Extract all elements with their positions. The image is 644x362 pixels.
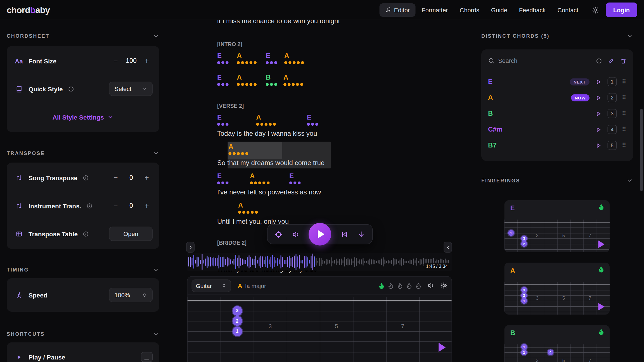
fingering-play-button[interactable] — [598, 240, 605, 248]
chord[interactable]: A — [250, 173, 270, 184]
instrument-transpose-increase-button[interactable]: + — [141, 200, 153, 212]
nav-contact[interactable]: Contact — [552, 3, 584, 16]
distinct-chords-section-header[interactable]: DISTINCT CHORDS (5) — [481, 32, 633, 40]
skip-to-start-button[interactable] — [339, 229, 349, 239]
login-button[interactable]: Login — [606, 3, 637, 17]
font-size-decrease-button[interactable]: − — [110, 55, 122, 67]
flame-icon[interactable] — [396, 282, 404, 289]
scroll-down-button[interactable] — [356, 229, 366, 239]
info-icon[interactable] — [68, 86, 74, 92]
flame-icon[interactable] — [406, 282, 413, 289]
finger-position[interactable]: 1 — [521, 349, 527, 355]
chord-list-item[interactable]: ENEXT1⠿ — [488, 74, 626, 90]
timing-section-header[interactable]: TIMING — [7, 266, 159, 274]
nav-formatter[interactable]: Formatter — [416, 3, 453, 16]
chord[interactable]: B — [266, 74, 277, 86]
chord[interactable]: A — [237, 53, 257, 64]
chord[interactable]: E — [217, 114, 229, 126]
finger-position[interactable]: 1 — [508, 230, 514, 236]
nav-feedback[interactable]: Feedback — [513, 3, 551, 16]
transpose-table-open-button[interactable]: Open — [109, 227, 153, 241]
flame-icon[interactable] — [378, 282, 385, 289]
finger-position[interactable]: 2 — [232, 316, 242, 326]
instrument-transpose-decrease-button[interactable]: − — [110, 200, 122, 212]
chord-list-item[interactable]: B3⠿ — [488, 106, 626, 122]
chord-play-button[interactable] — [595, 78, 603, 86]
drag-handle-icon[interactable]: ⠿ — [622, 110, 627, 117]
finger-position[interactable]: 3 — [232, 306, 242, 316]
chord[interactable]: A — [238, 202, 258, 214]
chord[interactable]: E — [266, 53, 277, 64]
chord[interactable]: E — [217, 173, 229, 184]
drag-handle-icon[interactable]: ⠿ — [622, 78, 627, 85]
fingering-card[interactable]: B357114 — [505, 325, 610, 362]
finger-position[interactable]: 3 — [521, 235, 527, 241]
info-icon[interactable] — [83, 231, 89, 237]
chord[interactable]: A — [283, 74, 303, 86]
chord-sheet[interactable]: if I miss the chance to be with you toni… — [217, 17, 474, 289]
theme-toggle-button[interactable] — [589, 4, 602, 16]
fingering-card[interactable]: A357321 — [505, 263, 610, 315]
chord[interactable]: E — [289, 173, 301, 184]
fretboard-settings-button[interactable] — [440, 282, 448, 289]
nav-guide[interactable]: Guide — [486, 3, 513, 16]
chord-list-item[interactable]: C#m4⠿ — [488, 122, 626, 137]
chord-list-item[interactable]: ANOW2⠿ — [488, 90, 626, 106]
fretboard-play-button[interactable] — [439, 343, 446, 352]
app-logo[interactable]: chordbaby — [7, 5, 50, 15]
chord-play-button[interactable] — [595, 109, 603, 118]
expand-left-button[interactable] — [186, 242, 195, 253]
fingerings-section-header[interactable]: FINGERINGS — [481, 177, 633, 185]
flame-icon[interactable] — [415, 282, 422, 289]
all-style-settings-button[interactable]: All Style Settings — [13, 113, 153, 121]
delete-chords-button[interactable] — [620, 58, 627, 64]
speed-select[interactable]: 100% — [109, 288, 153, 302]
nav-editor[interactable]: Editor — [379, 3, 415, 16]
finger-position[interactable]: 3 — [521, 287, 527, 293]
guitar-fretboard[interactable]: 357321 — [188, 295, 452, 362]
finger-position[interactable]: 1 — [232, 327, 242, 336]
waveform[interactable]: 1:45 / 3:34 — [187, 253, 452, 271]
quick-style-select[interactable]: Select — [109, 82, 153, 96]
chordsheet-section-header[interactable]: CHORDSHEET — [7, 32, 159, 40]
chord-play-button[interactable] — [595, 141, 603, 149]
locate-playhead-button[interactable] — [274, 229, 284, 239]
page-scrollbar[interactable] — [640, 109, 643, 191]
chord[interactable]: A — [256, 114, 276, 126]
chord[interactable]: A — [284, 53, 304, 64]
drag-handle-icon[interactable]: ⠿ — [622, 142, 627, 149]
fingering-card[interactable]: E357132 — [505, 200, 610, 252]
song-transpose-increase-button[interactable]: + — [141, 172, 153, 184]
song-transpose-decrease-button[interactable]: − — [110, 172, 122, 184]
flame-icon[interactable] — [387, 282, 395, 289]
instrument-select[interactable]: Guitar — [192, 279, 231, 292]
info-icon[interactable] — [86, 203, 93, 209]
mute-button[interactable] — [291, 229, 301, 239]
finger-position[interactable]: 2 — [521, 292, 527, 298]
chord-list-item[interactable]: B75⠿ — [488, 137, 626, 153]
info-icon[interactable] — [596, 58, 602, 64]
chord[interactable]: E — [217, 53, 229, 64]
transpose-section-header[interactable]: TRANSPOSE — [7, 149, 159, 158]
play-button[interactable] — [309, 223, 331, 246]
finger-position[interactable]: 2 — [521, 241, 527, 247]
chord-play-button[interactable] — [595, 125, 603, 134]
finger-position[interactable]: 1 — [521, 298, 527, 304]
chord[interactable]: E — [217, 74, 229, 86]
chord[interactable]: E — [307, 114, 318, 126]
shortcuts-section-header[interactable]: SHORTCUTS — [7, 330, 159, 338]
collapse-right-button[interactable] — [444, 242, 452, 253]
fingering-play-button[interactable] — [598, 303, 605, 311]
finger-position[interactable]: 4 — [548, 349, 553, 355]
info-icon[interactable] — [82, 175, 89, 181]
nav-chords[interactable]: Chords — [454, 3, 485, 16]
finger-position[interactable]: 1 — [521, 344, 527, 350]
drag-handle-icon[interactable]: ⠿ — [622, 126, 627, 133]
font-size-increase-button[interactable]: + — [141, 55, 153, 67]
chord-play-button[interactable] — [595, 94, 603, 102]
drag-handle-icon[interactable]: ⠿ — [622, 94, 627, 101]
fretboard-volume-button[interactable] — [428, 282, 435, 289]
chord[interactable]: A — [237, 74, 257, 86]
chord[interactable]: A — [229, 143, 248, 155]
search-input[interactable] — [498, 58, 593, 64]
